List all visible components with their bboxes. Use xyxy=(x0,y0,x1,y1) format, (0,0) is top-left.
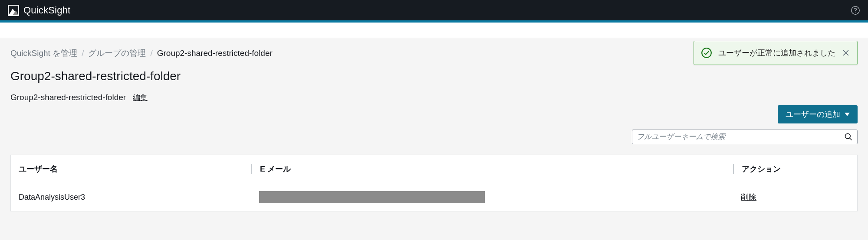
breadcrumb-current: Group2-shared-restricted-folder xyxy=(157,49,273,58)
toast-message: ユーザーが正常に追加されました xyxy=(718,48,835,58)
cell-action: 削除 xyxy=(733,192,849,202)
topbar-left: QuickSight xyxy=(8,5,70,16)
actions-row: ユーザーの追加 xyxy=(10,105,858,123)
svg-point-3 xyxy=(855,12,855,12)
users-table: ユーザー名 E メール アクション DataAnalysisUser3 削除 xyxy=(10,155,858,211)
search-input[interactable] xyxy=(637,133,844,141)
breadcrumb-separator: / xyxy=(150,49,152,58)
topbar-right xyxy=(851,6,860,15)
table-header: ユーザー名 E メール アクション xyxy=(11,155,857,183)
svg-point-4 xyxy=(702,48,711,58)
group-name: Group2-shared-restricted-folder xyxy=(10,93,126,102)
search-icon[interactable] xyxy=(844,133,853,141)
subheader xyxy=(0,23,868,38)
search-row xyxy=(10,130,858,144)
add-user-label: ユーザーの追加 xyxy=(786,109,840,120)
col-header-email: E メール xyxy=(251,164,733,174)
success-toast: ユーザーが正常に追加されました xyxy=(694,41,858,65)
edit-link[interactable]: 編集 xyxy=(133,93,148,103)
col-header-action: アクション xyxy=(733,164,849,174)
close-icon[interactable] xyxy=(842,49,850,57)
cell-email xyxy=(251,191,733,203)
col-header-user: ユーザー名 xyxy=(19,164,251,174)
svg-point-7 xyxy=(845,134,851,139)
svg-line-8 xyxy=(850,138,852,140)
breadcrumb-separator: / xyxy=(82,49,84,58)
delete-link[interactable]: 削除 xyxy=(741,193,756,201)
breadcrumb-link-groups[interactable]: グループの管理 xyxy=(88,48,146,59)
check-circle-icon xyxy=(701,47,712,58)
content: ユーザーが正常に追加されました QuickSight を管理 / グループの管理… xyxy=(0,38,868,221)
breadcrumb-link-manage[interactable]: QuickSight を管理 xyxy=(10,48,77,59)
table-row: DataAnalysisUser3 削除 xyxy=(11,183,857,211)
help-icon[interactable] xyxy=(851,6,860,15)
cell-username: DataAnalysisUser3 xyxy=(19,193,251,202)
page-title: Group2-shared-restricted-folder xyxy=(10,69,858,83)
email-redacted-block xyxy=(259,191,485,203)
chevron-down-icon xyxy=(845,113,850,116)
group-name-row: Group2-shared-restricted-folder 編集 xyxy=(10,93,858,103)
topbar: QuickSight xyxy=(0,0,868,20)
quicksight-logo-icon xyxy=(8,5,19,16)
add-user-button[interactable]: ユーザーの追加 xyxy=(778,105,858,123)
search-box[interactable] xyxy=(632,130,858,144)
app-title: QuickSight xyxy=(23,5,70,16)
